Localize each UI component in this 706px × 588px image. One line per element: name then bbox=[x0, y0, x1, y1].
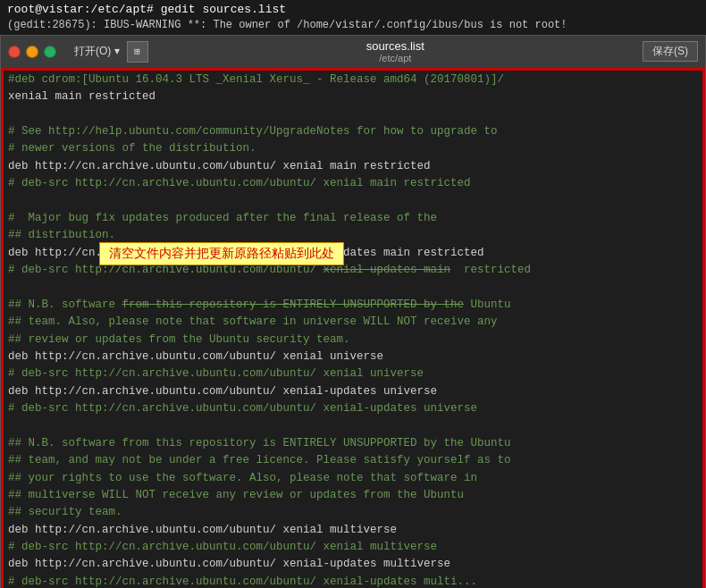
title-right: 保存(S) bbox=[643, 41, 698, 62]
editor-body[interactable]: 清空文件内容并把更新原路径粘贴到此处 #deb cdrom:[Ubuntu 16… bbox=[1, 68, 705, 588]
editor-line-8: # Major bug fix updates produced after t… bbox=[8, 212, 437, 224]
editor-line-1: xenial main restricted bbox=[8, 90, 155, 103]
editor-line-23: ## your rights to use the software. Also… bbox=[8, 472, 477, 484]
editor-line-14: ## team. Also, please note that software… bbox=[8, 315, 498, 328]
window-controls: 打开(O) ▾ ⊞ bbox=[8, 41, 148, 63]
gedit-window: 打开(O) ▾ ⊞ sources.list /etc/apt 保存(S) 清空… bbox=[0, 35, 706, 588]
editor-line-29: # deb-src http://cn.archive.ubuntu.com/u… bbox=[8, 575, 477, 588]
editor-line-16: deb http://cn.archive.ubuntu.com/ubuntu/… bbox=[8, 350, 383, 363]
menu-open[interactable]: 打开(O) ▾ bbox=[69, 42, 125, 61]
editor-line-24: ## multiverse WILL NOT receive any revie… bbox=[8, 489, 464, 501]
editor-line-5: deb http://cn.archive.ubuntu.com/ubuntu/… bbox=[8, 160, 431, 172]
maximize-button[interactable] bbox=[44, 46, 56, 58]
editor-line-9: ## distribution. bbox=[8, 229, 115, 241]
close-button[interactable] bbox=[8, 46, 21, 58]
minimize-button[interactable] bbox=[26, 46, 38, 58]
editor-content[interactable]: #deb cdrom:[Ubuntu 16.04.3 LTS _Xenial X… bbox=[1, 68, 705, 588]
popup-hint: 清空文件内容并把更新原路径粘贴到此处 bbox=[99, 242, 344, 265]
editor-line-28: deb http://cn.archive.ubuntu.com/ubuntu/… bbox=[8, 558, 450, 570]
terminal-line1: root@vistar:/etc/apt# gedit sources.list bbox=[7, 2, 699, 18]
editor-line-6: # deb-src http://cn.archive.ubuntu.com/u… bbox=[8, 177, 471, 189]
editor-line-26: deb http://cn.archive.ubuntu.com/ubuntu/… bbox=[8, 524, 397, 536]
editor-line-0: #deb cdrom:[Ubuntu 16.04.3 LTS _Xenial X… bbox=[8, 73, 504, 86]
editor-line-27: # deb-src http://cn.archive.ubuntu.com/u… bbox=[8, 541, 437, 553]
editor-line-25: ## security team. bbox=[8, 506, 122, 518]
save-button[interactable]: 保存(S) bbox=[643, 41, 698, 62]
editor-line-2 bbox=[8, 108, 15, 121]
toolbar-icon-save[interactable]: ⊞ bbox=[127, 41, 148, 63]
title-center: sources.list /etc/apt bbox=[148, 39, 643, 63]
editor-line-21: ## N.B. software from this repository is… bbox=[8, 437, 511, 449]
editor-line-12 bbox=[8, 281, 15, 293]
editor-line-19: # deb-src http://cn.archive.ubuntu.com/u… bbox=[8, 402, 477, 415]
editor-line-22: ## team, and may not be under a free lic… bbox=[8, 454, 511, 466]
editor-line-17: # deb-src http://cn.archive.ubuntu.com/u… bbox=[8, 367, 424, 380]
title-bar: 打开(O) ▾ ⊞ sources.list /etc/apt 保存(S) bbox=[1, 36, 705, 68]
editor-container: 清空文件内容并把更新原路径粘贴到此处 #deb cdrom:[Ubuntu 16… bbox=[1, 68, 705, 588]
editor-line-4: # newer versions of the distribution. bbox=[8, 142, 256, 155]
terminal-bar: root@vistar:/etc/apt# gedit sources.list… bbox=[0, 0, 706, 35]
editor-line-20 bbox=[8, 419, 15, 432]
window-title-path: /etc/apt bbox=[148, 53, 643, 63]
editor-line-11: # deb-src http://cn.archive.ubuntu.com/u… bbox=[8, 264, 531, 276]
terminal-line2: (gedit:28675): IBUS-WARNING **: The owne… bbox=[7, 18, 699, 33]
editor-line-7 bbox=[8, 195, 15, 207]
editor-line-15: ## review or updates from the Ubuntu sec… bbox=[8, 333, 350, 346]
editor-line-18: deb http://cn.archive.ubuntu.com/ubuntu/… bbox=[8, 385, 437, 398]
editor-line-13: ## N.B. software from this repository is… bbox=[8, 298, 511, 311]
menu-bar: 打开(O) ▾ ⊞ bbox=[69, 41, 148, 63]
editor-line-3: # See http://help.ubuntu.com/community/U… bbox=[8, 125, 498, 138]
window-title-filename: sources.list bbox=[148, 39, 643, 53]
